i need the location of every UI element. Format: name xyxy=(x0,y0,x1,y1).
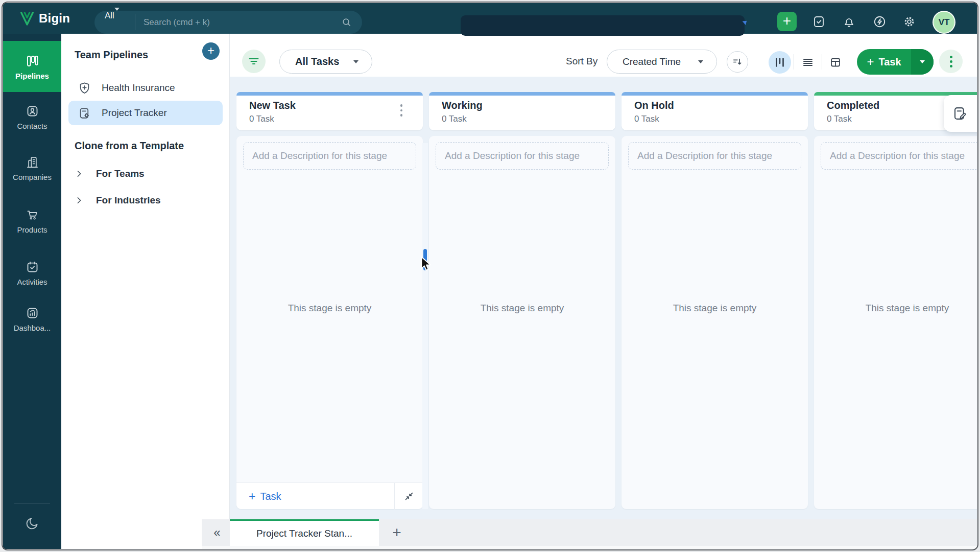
stage-header-new-task[interactable]: New Task 0 Task xyxy=(236,92,423,130)
nav-item-products[interactable]: Products xyxy=(3,208,61,234)
nav-item-companies[interactable]: Companies xyxy=(3,155,61,181)
task-filter-dropdown[interactable]: All Tasks xyxy=(279,50,372,74)
view-kanban-button[interactable] xyxy=(769,51,791,74)
stage-header-on-hold[interactable]: On Hold 0 Task xyxy=(622,92,808,130)
caret-down-icon xyxy=(920,60,925,63)
stage-add-task-label: Task xyxy=(260,491,281,502)
stage-count: 0 Task xyxy=(249,114,274,124)
templates-section-title: Clone from a Template xyxy=(75,140,184,152)
template-group-label: For Industries xyxy=(96,195,161,206)
stage-color-bar xyxy=(622,92,808,96)
stage-title: On Hold xyxy=(634,100,674,111)
stage-header-working[interactable]: Working 0 Task xyxy=(429,92,615,130)
stage-body-completed: Add a Description for this stage This st… xyxy=(814,136,977,509)
board-scrollbar-thumb[interactable] xyxy=(423,249,427,270)
add-task-main[interactable]: + Task xyxy=(857,49,911,75)
search-input[interactable] xyxy=(144,11,327,34)
filter-button[interactable] xyxy=(242,50,266,73)
tab-project-tracker-standard[interactable]: Project Tracker Stan... xyxy=(230,519,379,546)
plus-icon: + xyxy=(783,14,791,28)
plus-icon: + xyxy=(207,43,214,58)
search-scope-dropdown[interactable]: All xyxy=(94,11,135,34)
stage-menu-button[interactable] xyxy=(400,104,403,117)
shield-plus-icon xyxy=(78,81,91,95)
double-chevron-left-icon: « xyxy=(213,525,220,540)
my-tasks-button[interactable] xyxy=(812,15,826,29)
divider xyxy=(822,54,822,70)
stage-description-input[interactable]: Add a Description for this stage xyxy=(436,142,609,170)
header-overlay-panel xyxy=(461,15,745,36)
stage-footer: + Task xyxy=(236,482,423,509)
nav-item-pipelines[interactable]: Pipelines xyxy=(3,41,61,92)
view-list-button[interactable] xyxy=(797,51,819,74)
kebab-dot xyxy=(400,104,403,107)
template-group-for-industries[interactable]: For Industries xyxy=(75,190,223,211)
nav-item-contacts[interactable]: Contacts xyxy=(3,104,61,130)
table-view-icon xyxy=(829,56,842,68)
stage-empty-text: This stage is empty xyxy=(622,303,808,314)
caret-down-icon xyxy=(114,8,119,20)
nav-item-activities[interactable]: Activities xyxy=(3,260,61,286)
stage-body-on-hold: Add a Description for this stage This st… xyxy=(622,136,808,509)
nav-label: Pipelines xyxy=(3,72,61,80)
chevron-right-icon xyxy=(75,169,84,178)
settings-gear-button[interactable] xyxy=(902,15,916,29)
notifications-bell-button[interactable] xyxy=(842,15,856,29)
cart-icon xyxy=(26,208,39,222)
top-header: Bigin All + xyxy=(3,3,977,34)
sort-order-icon xyxy=(732,56,743,67)
add-task-menu-toggle[interactable] xyxy=(911,49,934,75)
stage-body-working: Add a Description for this stage This st… xyxy=(429,136,615,509)
stage-collapse-button[interactable] xyxy=(394,483,423,510)
pipelines-sidebar: Team Pipelines + Health Insurance Projec… xyxy=(61,34,230,549)
stage-notes-panel-button[interactable] xyxy=(944,95,977,132)
add-pipeline-button[interactable]: + xyxy=(202,42,220,60)
nav-label: Dashboa... xyxy=(3,324,61,332)
stage-description-input[interactable]: Add a Description for this stage xyxy=(821,142,977,170)
add-task-label: Task xyxy=(878,56,901,68)
stage-color-bar xyxy=(236,92,423,96)
task-filter-value: All Tasks xyxy=(295,56,339,67)
kebab-dot xyxy=(950,60,952,63)
tab-label: Project Tracker Stan... xyxy=(256,528,352,539)
user-avatar[interactable]: VT xyxy=(933,11,955,34)
view-table-button[interactable] xyxy=(824,51,847,74)
clipboard-gear-icon xyxy=(78,106,91,120)
collapse-sidebar-button[interactable]: « xyxy=(206,519,228,546)
chevron-right-icon xyxy=(75,196,84,205)
stage-count: 0 Task xyxy=(442,114,467,124)
board-main: All Tasks Sort By Created Time xyxy=(230,34,977,519)
sort-by-label: Sort By xyxy=(566,56,597,67)
stage-count: 0 Task xyxy=(827,114,852,124)
plus-icon: + xyxy=(249,490,255,503)
sort-field-dropdown[interactable]: Created Time xyxy=(607,50,717,74)
divider xyxy=(794,54,794,70)
sidebar-item-health-insurance[interactable]: Health Insurance xyxy=(68,76,223,100)
boost-lightning-button[interactable] xyxy=(873,15,887,29)
divider xyxy=(135,14,135,30)
stage-description-input[interactable]: Add a Description for this stage xyxy=(628,142,801,170)
add-tab-button[interactable]: + xyxy=(386,519,408,546)
sidebar-item-project-tracker[interactable]: Project Tracker xyxy=(68,101,223,125)
global-search[interactable]: All xyxy=(94,11,362,34)
quick-add-button[interactable]: + xyxy=(777,12,797,31)
stage-add-task-button[interactable]: + Task xyxy=(249,483,281,510)
board-scrollbar-track[interactable] xyxy=(422,143,428,509)
template-group-for-teams[interactable]: For Teams xyxy=(75,164,223,184)
stage-title: New Task xyxy=(249,100,296,111)
bigin-logo-icon xyxy=(18,10,36,27)
stage-empty-text: This stage is empty xyxy=(814,303,977,314)
add-task-split-button[interactable]: + Task xyxy=(857,49,934,75)
nav-item-dashboards[interactable]: Dashboa... xyxy=(3,306,61,332)
stage-description-input[interactable]: Add a Description for this stage xyxy=(243,142,416,170)
dark-mode-moon-button[interactable] xyxy=(25,516,39,531)
nav-label: Activities xyxy=(3,278,61,286)
plus-icon: + xyxy=(867,55,874,69)
divider xyxy=(14,503,50,503)
building-icon xyxy=(26,155,39,169)
kebab-dot xyxy=(950,56,952,58)
template-group-label: For Teams xyxy=(96,168,145,179)
filter-lines-icon xyxy=(248,55,260,67)
sort-order-button[interactable] xyxy=(727,51,748,73)
board-more-options-button[interactable] xyxy=(939,50,963,73)
